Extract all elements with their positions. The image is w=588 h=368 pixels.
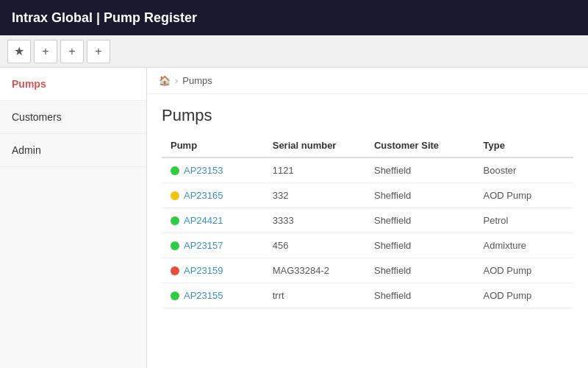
- serial-cell: MAG33284-2: [264, 258, 365, 283]
- status-dot: [171, 291, 179, 300]
- sidebar-item-pumps[interactable]: Pumps: [0, 68, 146, 101]
- add-button-1[interactable]: +: [34, 40, 57, 63]
- col-header-type: Type: [475, 134, 573, 158]
- toolbar: ★ + + +: [0, 35, 588, 68]
- pumps-table: Pump Serial number Customer Site Type AP…: [162, 134, 573, 308]
- pump-link[interactable]: AP23153: [184, 165, 223, 176]
- status-dot: [171, 166, 179, 175]
- app-header: Intrax Global | Pump Register: [0, 0, 588, 35]
- status-dot: [171, 266, 179, 275]
- app-title: Intrax Global | Pump Register: [12, 10, 197, 26]
- table-row: AP23165 332 Sheffield AOD Pump: [162, 183, 573, 208]
- page-title: Pumps: [147, 94, 588, 134]
- pump-cell: AP23155: [162, 283, 264, 308]
- sidebar-item-admin[interactable]: Admin: [0, 134, 146, 167]
- breadcrumb-current: Pumps: [182, 75, 212, 86]
- site-cell: Sheffield: [365, 183, 475, 208]
- type-cell: Admixture: [475, 233, 573, 258]
- status-dot: [171, 216, 179, 225]
- star-button[interactable]: ★: [7, 40, 31, 63]
- sidebar-item-customers[interactable]: Customers: [0, 101, 146, 134]
- table-header-row: Pump Serial number Customer Site Type: [162, 134, 573, 158]
- pump-cell: AP23157: [162, 233, 264, 258]
- table-row: AP23155 trrt Sheffield AOD Pump: [162, 283, 573, 308]
- site-cell: Sheffield: [365, 283, 475, 308]
- type-cell: Booster: [475, 158, 573, 183]
- layout: Pumps Customers Admin 🏠 › Pumps Pumps Pu…: [0, 68, 588, 368]
- pump-cell: AP23153: [162, 158, 264, 183]
- table-row: AP23153 1121 Sheffield Booster: [162, 158, 573, 183]
- serial-cell: 332: [264, 183, 365, 208]
- pump-cell: AP24421: [162, 208, 264, 233]
- type-cell: AOD Pump: [475, 283, 573, 308]
- table-row: AP23159 MAG33284-2 Sheffield AOD Pump: [162, 258, 573, 283]
- pump-cell: AP23159: [162, 258, 264, 283]
- serial-cell: 3333: [264, 208, 365, 233]
- pumps-tbody: AP23153 1121 Sheffield Booster AP23165 3…: [162, 158, 573, 308]
- site-cell: Sheffield: [365, 208, 475, 233]
- breadcrumb-separator: ›: [175, 75, 178, 86]
- pump-cell: AP23165: [162, 183, 264, 208]
- add-button-3[interactable]: +: [87, 40, 110, 63]
- table-row: AP23157 456 Sheffield Admixture: [162, 233, 573, 258]
- serial-cell: trrt: [264, 283, 365, 308]
- col-header-serial: Serial number: [264, 134, 365, 158]
- pumps-table-wrapper: Pump Serial number Customer Site Type AP…: [147, 134, 588, 308]
- pump-link[interactable]: AP23157: [184, 240, 223, 251]
- pump-link[interactable]: AP23165: [184, 190, 223, 201]
- site-cell: Sheffield: [365, 258, 475, 283]
- serial-cell: 1121: [264, 158, 365, 183]
- site-cell: Sheffield: [365, 233, 475, 258]
- site-cell: Sheffield: [365, 158, 475, 183]
- type-cell: AOD Pump: [475, 258, 573, 283]
- status-dot: [171, 241, 179, 250]
- type-cell: Petrol: [475, 208, 573, 233]
- col-header-pump: Pump: [162, 134, 264, 158]
- breadcrumb: 🏠 › Pumps: [147, 68, 588, 94]
- sidebar: Pumps Customers Admin: [0, 68, 147, 368]
- serial-cell: 456: [264, 233, 365, 258]
- pump-link[interactable]: AP24421: [184, 215, 223, 226]
- add-button-2[interactable]: +: [60, 40, 84, 63]
- main-content: 🏠 › Pumps Pumps Pump Serial number Custo…: [147, 68, 588, 368]
- table-row: AP24421 3333 Sheffield Petrol: [162, 208, 573, 233]
- col-header-site: Customer Site: [365, 134, 475, 158]
- home-icon[interactable]: 🏠: [159, 75, 171, 86]
- pump-link[interactable]: AP23155: [184, 290, 223, 301]
- pump-link[interactable]: AP23159: [184, 265, 223, 276]
- status-dot: [171, 191, 179, 200]
- type-cell: AOD Pump: [475, 183, 573, 208]
